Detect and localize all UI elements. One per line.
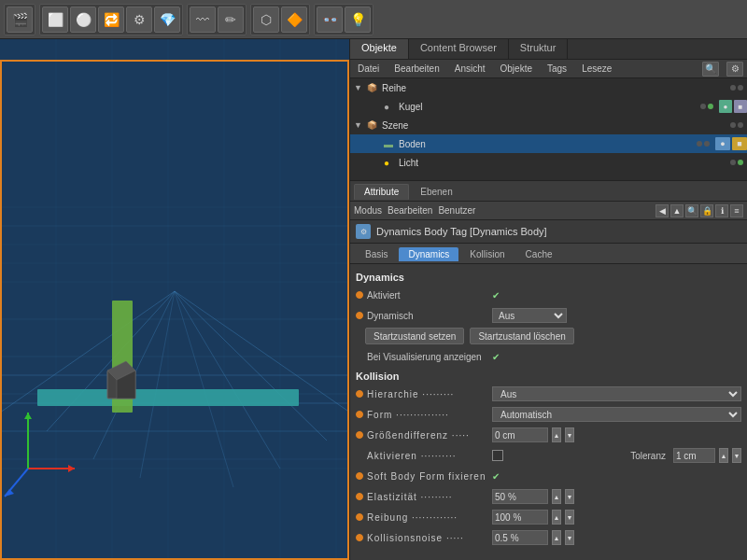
prop-tab-basis[interactable]: Basis <box>356 247 397 261</box>
select-hierarchie[interactable]: Aus <box>492 386 741 401</box>
attr-nav-back[interactable]: ◀ <box>655 204 669 217</box>
dot1 <box>730 160 736 165</box>
obj-item-boden[interactable]: ▬ Boden ● ■ <box>350 134 747 153</box>
stepper-up-reibung[interactable]: ▲ <box>552 510 561 525</box>
input-kollisionsnoise[interactable] <box>492 530 548 545</box>
select-form[interactable]: Automatisch <box>492 407 741 422</box>
stepper-down-reibung[interactable]: ▼ <box>565 510 574 525</box>
attr-menu-bearbeiten[interactable]: Bearbeiten <box>388 205 432 216</box>
stepper-down-groessendiff[interactable]: ▼ <box>565 427 574 442</box>
check-aktivieren[interactable] <box>492 450 503 461</box>
dot-hierarchie <box>356 390 363 398</box>
attr-nav-up[interactable]: 🔍 <box>685 204 698 217</box>
toolbar-btn-cube[interactable]: ⬜ <box>42 7 68 33</box>
obj-item-szene[interactable]: ▼ 📦 Szene <box>350 116 747 134</box>
value-form: Automatisch <box>492 407 741 422</box>
toolbar-btn-torus[interactable]: 🔁 <box>98 7 124 33</box>
attr-nav-lock[interactable]: 🔒 <box>700 204 713 217</box>
toolbar-btn-light[interactable]: 💡 <box>345 7 371 33</box>
obj-dots-reihe <box>730 85 743 91</box>
tab-objekte[interactable]: Objekte <box>350 39 409 59</box>
toolbar-btn-gear[interactable]: ⚙ <box>126 7 152 33</box>
stepper-up-kollisionsnoise[interactable]: ▲ <box>552 530 561 545</box>
stepper-down-elastizitaet[interactable]: ▼ <box>565 489 574 504</box>
attr-menubar: Modus Bearbeiten Benutzer ◀ ▲ 🔍 🔒 ℹ ≡ <box>350 202 747 220</box>
kollision-section-header: Kollision <box>350 367 747 384</box>
stepper-down-toleranz[interactable]: ▼ <box>732 448 741 463</box>
obj-menu-bearbeiten[interactable]: Bearbeiten <box>390 63 443 74</box>
obj-name-kugel: Kugel <box>399 102 698 112</box>
value-soft-body: ✔ <box>492 471 741 482</box>
obj-item-licht[interactable]: ● Licht <box>350 153 747 172</box>
obj-settings-btn[interactable]: ⚙ <box>726 62 743 77</box>
toolbar-btn-glasses[interactable]: 👓 <box>317 7 343 33</box>
prop-tab-kollision[interactable]: Kollision <box>460 247 514 261</box>
attr-nav-forward[interactable]: ▲ <box>670 204 684 217</box>
tag-title-bar: ⚙ Dynamics Body Tag [Dynamics Body] <box>350 220 747 244</box>
check-bei-vis[interactable]: ✔ <box>492 352 500 362</box>
toolbar-btn-bezier[interactable]: ✏ <box>218 7 244 33</box>
obj-menu-ansicht[interactable]: Ansicht <box>451 63 489 74</box>
attr-tab-attribute[interactable]: Attribute <box>354 184 409 200</box>
input-reibung[interactable] <box>492 510 548 525</box>
value-hierarchie: Aus <box>492 386 741 401</box>
input-elastizitaet[interactable] <box>492 489 548 504</box>
viewport-grid <box>0 39 349 560</box>
obj-menu-leseze[interactable]: Leseze <box>578 63 615 74</box>
expand-reihe[interactable]: ▼ <box>354 83 365 92</box>
attr-menu-modus[interactable]: Modus <box>354 205 382 216</box>
stepper-up-toleranz[interactable]: ▲ <box>719 448 728 463</box>
prop-hierarchie: Hierarchie ········· Aus <box>350 384 747 404</box>
attr-nav: ◀ ▲ 🔍 🔒 ℹ ≡ <box>655 204 743 217</box>
tag-title-text: Dynamics Body Tag [Dynamics Body] <box>376 226 547 237</box>
obj-item-kugel[interactable]: ● Kugel ● ■ <box>350 97 747 116</box>
toolbar-btn-deform[interactable]: ⬡ <box>253 7 279 33</box>
viewport[interactable]: ↕↔ ↗ × <box>0 39 350 560</box>
toolbar-group-3: 〰 ✏ <box>187 4 247 35</box>
stepper-up-groessendiff[interactable]: ▲ <box>552 427 561 442</box>
tab-struktur[interactable]: Struktur <box>509 39 569 59</box>
dot-elastizitaet <box>356 493 363 500</box>
toolbar-btn-diamond[interactable]: 💎 <box>154 7 180 33</box>
obj-item-reihe[interactable]: ▼ 📦 Reihe <box>350 78 747 97</box>
obj-menu-tags[interactable]: Tags <box>543 63 571 74</box>
toolbar-btn-sym[interactable]: 🔶 <box>281 7 307 33</box>
dot-soft-body <box>356 472 363 480</box>
obj-menu-objekte[interactable]: Objekte <box>497 63 536 74</box>
attr-menu-benutzer[interactable]: Benutzer <box>438 205 475 216</box>
check-aktiviert[interactable]: ✔ <box>492 290 500 301</box>
obj-menu-datei[interactable]: Datei <box>354 63 383 74</box>
dot-reibung <box>356 513 363 521</box>
dot-aktiviert <box>356 291 363 299</box>
label-reibung: Reibung ············· <box>367 512 488 523</box>
attr-nav-info[interactable]: ℹ <box>715 204 728 217</box>
dot1 <box>697 141 702 147</box>
toolbar-btn-film[interactable]: 🎬 <box>7 7 33 33</box>
input-groessendiff[interactable] <box>492 427 548 442</box>
value-dynamisch: Aus <box>492 308 741 323</box>
value-aktiviert: ✔ <box>492 290 741 301</box>
svg-rect-29 <box>37 389 299 406</box>
label-aktiviert: Aktiviert <box>367 290 488 301</box>
stepper-down-kollisionsnoise[interactable]: ▼ <box>565 530 574 545</box>
select-dynamisch[interactable]: Aus <box>492 308 567 323</box>
stepper-up-elastizitaet[interactable]: ▲ <box>552 489 561 504</box>
prop-tab-dynamics[interactable]: Dynamics <box>399 247 458 261</box>
btn-startzustand-setzen[interactable]: Startzustand setzen <box>365 328 464 344</box>
obj-search-btn[interactable]: 🔍 <box>702 62 719 77</box>
dot2 <box>738 85 743 91</box>
tab-content-browser[interactable]: Content Browser <box>409 39 509 59</box>
expand-szene[interactable]: ▼ <box>354 120 365 130</box>
prop-reibung: Reibung ············· ▲ ▼ <box>350 507 747 527</box>
label-bei-vis: Bei Visualisierung anzeigen <box>367 352 488 362</box>
toolbar-btn-path[interactable]: 〰 <box>190 7 216 33</box>
attr-nav-more[interactable]: ≡ <box>730 204 743 217</box>
value-groessendiff: ▲ ▼ <box>492 427 741 442</box>
check-soft-body[interactable]: ✔ <box>492 471 500 482</box>
icon-boden: ▬ <box>384 139 397 149</box>
btn-startzustand-loeschen[interactable]: Startzustand löschen <box>470 328 573 344</box>
toolbar-btn-sphere[interactable]: ⚪ <box>70 7 96 33</box>
input-toleranz[interactable] <box>673 448 715 463</box>
prop-tab-cache[interactable]: Cache <box>516 247 562 261</box>
attr-tab-ebenen[interactable]: Ebenen <box>411 185 461 199</box>
